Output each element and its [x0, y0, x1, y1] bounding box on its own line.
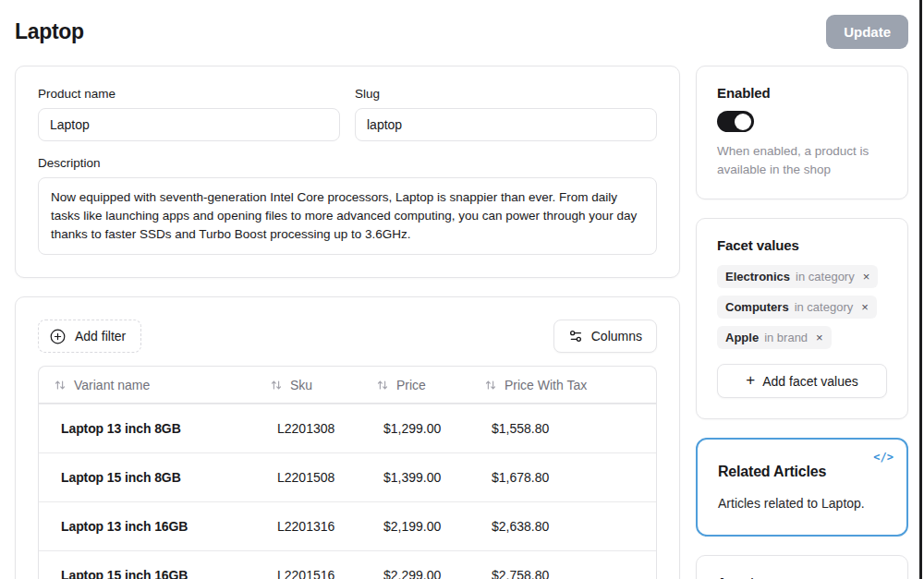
facet-chip-facet: in brand — [764, 331, 808, 344]
sku-cell: L2201516 — [277, 568, 383, 579]
variants-toolbar: Add filter Columns — [38, 320, 657, 353]
product-name-label: Product name — [38, 87, 340, 101]
variant-name-cell: Laptop 15 inch 8GB — [61, 470, 277, 485]
related-articles-card[interactable]: </> Related Articles Articles related to… — [696, 438, 908, 537]
facet-chip-value: Apple — [725, 331, 759, 344]
sliders-icon — [568, 329, 583, 344]
table-row[interactable]: Laptop 13 inch 8GB L2201308 $1,299.00 $1… — [39, 404, 656, 452]
plus-circle-icon — [50, 329, 66, 344]
enabled-label: Enabled — [717, 85, 887, 101]
price-with-tax-cell: $2,638.80 — [492, 519, 656, 534]
facet-chip-list: Electronics in category × Computers in c… — [717, 265, 887, 349]
variant-name-cell: Laptop 13 inch 16GB — [61, 519, 277, 534]
related-articles-body: Articles related to Laptop. — [718, 496, 886, 511]
slug-label: Slug — [355, 87, 657, 101]
remove-facet-icon[interactable]: × — [861, 301, 869, 313]
header-sku[interactable]: Sku — [270, 378, 383, 392]
remove-facet-icon[interactable]: × — [816, 332, 823, 344]
sort-icon — [376, 379, 389, 392]
facet-chip-value: Computers — [725, 300, 789, 314]
add-facet-values-label: Add facet values — [762, 374, 858, 389]
facet-values-title: Facet values — [717, 237, 887, 253]
columns-button[interactable]: Columns — [553, 320, 657, 353]
slug-field-group: Slug — [355, 87, 657, 141]
scrollbar[interactable] — [919, 0, 922, 579]
facet-chip-facet: in category — [796, 270, 855, 283]
sku-cell: L2201308 — [277, 421, 383, 436]
sku-cell: L2201316 — [277, 519, 383, 534]
assets-card: Assets — [696, 555, 908, 579]
page-header: Laptop Update — [15, 15, 908, 49]
columns-label: Columns — [591, 329, 642, 344]
table-row[interactable]: Laptop 15 inch 16GB L2201516 $2,299.00 $… — [39, 550, 656, 579]
product-form-card: Product name Slug Description Now equipp… — [15, 66, 680, 278]
header-price-with-tax[interactable]: Price With Tax — [484, 378, 656, 392]
update-button[interactable]: Update — [826, 15, 908, 49]
enabled-help-text: When enabled, a product is available in … — [717, 142, 887, 178]
price-cell: $2,299.00 — [383, 568, 492, 579]
table-header-row: Variant name Sku Price — [39, 367, 656, 404]
toggle-knob — [735, 114, 751, 130]
main-column: Product name Slug Description Now equipp… — [15, 66, 680, 579]
assets-title: Assets — [717, 574, 887, 579]
description-field-group: Description Now equipped with seventh-ge… — [38, 156, 657, 255]
product-name-field-group: Product name — [38, 87, 340, 141]
sidebar: Enabled When enabled, a product is avail… — [696, 66, 908, 579]
sort-icon — [270, 379, 283, 392]
remove-facet-icon[interactable]: × — [863, 271, 870, 283]
product-detail-page: Laptop Update Product name Slug D — [0, 0, 924, 579]
add-filter-button[interactable]: Add filter — [38, 320, 141, 353]
facet-chip: Electronics in category × — [717, 265, 878, 288]
description-editor[interactable]: Now equipped with seventh-generation Int… — [38, 177, 657, 255]
header-price[interactable]: Price — [376, 378, 492, 392]
plus-icon: + — [746, 372, 755, 388]
variant-name-cell: Laptop 13 inch 8GB — [61, 421, 277, 436]
variants-card: Add filter Columns — [15, 296, 680, 579]
price-with-tax-cell: $1,558.80 — [492, 421, 656, 436]
page-title: Laptop — [15, 19, 84, 44]
price-cell: $1,299.00 — [383, 421, 492, 436]
facet-values-card: Facet values Electronics in category × C… — [696, 218, 908, 419]
add-filter-label: Add filter — [75, 329, 126, 344]
sort-icon — [54, 379, 67, 392]
product-name-input[interactable] — [38, 108, 340, 141]
related-articles-title: Related Articles — [718, 464, 886, 480]
price-cell: $1,399.00 — [383, 470, 492, 485]
enabled-card: Enabled When enabled, a product is avail… — [696, 66, 908, 199]
variants-table: Variant name Sku Price — [38, 366, 657, 579]
table-row[interactable]: Laptop 13 inch 16GB L2201316 $2,199.00 $… — [39, 501, 656, 550]
description-label: Description — [38, 156, 657, 170]
facet-chip-facet: in category — [795, 300, 854, 314]
sort-icon — [484, 379, 497, 392]
table-row[interactable]: Laptop 15 inch 8GB L2201508 $1,399.00 $1… — [39, 452, 656, 501]
price-with-tax-cell: $1,678.80 — [492, 470, 656, 485]
code-block-icon: </> — [873, 451, 894, 464]
price-with-tax-cell: $2,758.80 — [492, 568, 656, 579]
facet-chip: Apple in brand × — [717, 326, 832, 349]
header-variant-name[interactable]: Variant name — [54, 378, 277, 392]
facet-chip: Computers in category × — [717, 296, 877, 319]
add-facet-values-button[interactable]: + Add facet values — [717, 364, 887, 398]
enabled-toggle[interactable] — [717, 111, 754, 132]
price-cell: $2,199.00 — [383, 519, 492, 534]
variant-name-cell: Laptop 15 inch 16GB — [61, 568, 277, 579]
slug-input[interactable] — [355, 108, 657, 141]
facet-chip-value: Electronics — [725, 270, 790, 283]
sku-cell: L2201508 — [277, 470, 383, 485]
